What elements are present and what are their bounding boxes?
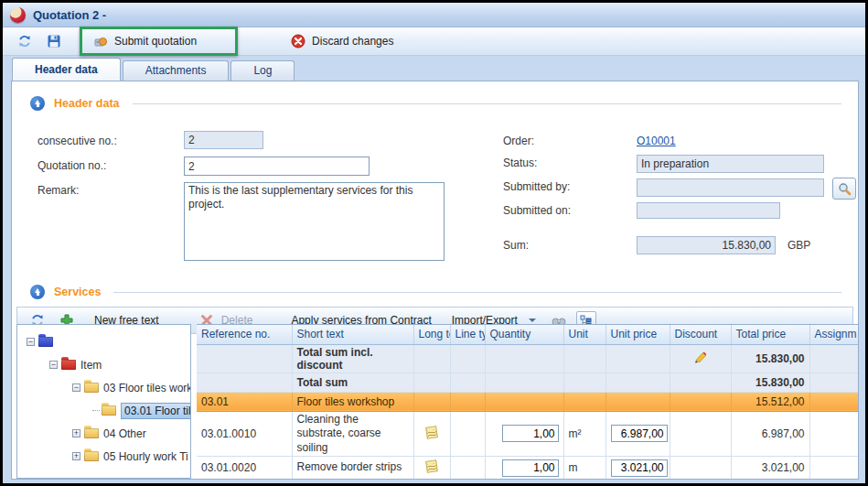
main-toolbar: Submit quotation Discard changes (3, 27, 865, 56)
unit-price-input[interactable] (611, 425, 668, 442)
quotation-no-label: Quotation no.: (38, 159, 106, 172)
collapse-services-icon[interactable] (30, 285, 45, 299)
folder-yellow-icon (84, 451, 99, 461)
submitted-by-label: Submitted by: (503, 180, 570, 193)
tree-item-05[interactable]: + 05 Hourly work Ti (17, 445, 190, 468)
section-rule (133, 103, 841, 104)
table-row[interactable]: Total sum 15.830,00 (197, 373, 858, 392)
remark-label: Remark: (38, 184, 79, 197)
table-row[interactable]: Total sum incl. discount 15.830,00 (197, 344, 858, 373)
status-label: Status: (503, 157, 537, 169)
content-panel: Header data consecutive no.: Quotation n… (11, 81, 859, 480)
submit-quotation-label: Submit quotation (114, 35, 197, 48)
tab-log[interactable]: Log (230, 60, 295, 81)
section-title: Header data (54, 97, 120, 110)
collapse-node-icon[interactable]: − (49, 361, 58, 369)
col-line-type[interactable]: Line type (450, 325, 485, 344)
services-tree: − − Item − 03 Floor tiles work (16, 324, 191, 479)
folder-yellow-icon (84, 383, 99, 393)
tree-item-root[interactable]: − (17, 330, 190, 353)
services-body: − − Item − 03 Floor tiles work (16, 324, 858, 479)
tree-item-03[interactable]: − 03 Floor tiles work (17, 376, 190, 399)
expand-node-icon[interactable]: + (72, 429, 80, 437)
submitted-on-field[interactable] (637, 202, 780, 219)
folder-yellow-icon (84, 428, 99, 438)
tab-strip: Header data Attachments Log (3, 56, 865, 81)
table-row[interactable]: 03.01.0020 Remove border strips m 3.021,… (197, 457, 858, 479)
services-rule (113, 292, 841, 293)
status-field[interactable] (637, 155, 824, 173)
submitted-by-field[interactable] (637, 178, 824, 197)
quantity-input[interactable] (502, 425, 559, 442)
pencil-icon (694, 351, 707, 363)
long-text-icon[interactable] (425, 426, 438, 439)
quantity-input[interactable] (502, 459, 559, 477)
discard-changes-button[interactable]: Discard changes (285, 31, 399, 51)
folder-yellow-icon (102, 405, 116, 416)
consecutive-no-label: consecutive no.: (38, 135, 117, 147)
order-link[interactable]: O10001 (637, 135, 676, 147)
refresh-icon (17, 34, 32, 49)
tree-connector (92, 410, 100, 411)
selected-group-row[interactable]: 03.01 Floor tiles workshop 15.512,00 (197, 392, 858, 411)
services-table-panel: Reference no. Short text Long text Line … (197, 324, 858, 479)
save-button[interactable] (41, 31, 67, 51)
folder-red-icon (61, 360, 76, 370)
header-data-section-header: Header data (30, 96, 841, 111)
submit-quotation-button[interactable]: Submit quotation (88, 31, 202, 51)
sum-label: Sum: (503, 239, 529, 252)
tree-item-item[interactable]: − Item (17, 353, 190, 376)
collapse-node-icon[interactable]: − (72, 383, 80, 392)
tab-header-data[interactable]: Header data (12, 58, 121, 81)
expand-node-icon[interactable]: + (72, 452, 80, 460)
selected-tree-item: 03.01 Floor til (121, 403, 190, 419)
submitted-on-label: Submitted on: (503, 204, 571, 217)
folder-blue-icon (38, 337, 53, 347)
header-form: consecutive no.: Quotation no.: Remark: … (12, 111, 858, 285)
quotation-window: Quotation 2 - (0, 0, 868, 486)
services-title: Services (54, 286, 101, 298)
app-icon (10, 7, 26, 23)
col-discount[interactable]: Discount (670, 325, 731, 344)
table-row[interactable]: 03.01.0010 Cleaning the substrate, coars… (197, 411, 858, 457)
col-unit-price[interactable]: Unit price (605, 325, 670, 344)
magnifier-icon (838, 182, 852, 196)
currency-label: GBP (788, 239, 810, 252)
sum-field[interactable] (637, 236, 776, 254)
consecutive-no-field[interactable] (184, 131, 263, 149)
edit-discount-cell[interactable] (670, 344, 731, 373)
tab-attachments[interactable]: Attachments (123, 60, 230, 81)
col-assignment[interactable]: Assignm (809, 325, 858, 344)
window-title: Quotation 2 - (33, 8, 106, 22)
table-header-row: Reference no. Short text Long text Line … (197, 325, 858, 344)
remark-field[interactable]: This is the last supplementary services … (184, 182, 445, 261)
collapse-section-icon[interactable] (30, 96, 45, 111)
col-quantity[interactable]: Quantity (485, 325, 563, 344)
save-icon (47, 34, 61, 49)
lookup-user-button[interactable] (832, 178, 856, 200)
dropdown-arrow-icon (529, 319, 536, 322)
services-section-header: Services (30, 285, 841, 299)
tree-item-04[interactable]: + 04 Other (17, 422, 190, 445)
discard-changes-label: Discard changes (312, 35, 393, 48)
refresh-button[interactable] (12, 31, 38, 51)
collapse-node-icon[interactable]: − (27, 338, 35, 346)
services-table: Reference no. Short text Long text Line … (197, 325, 858, 479)
quotation-no-field[interactable] (184, 157, 370, 176)
long-text-icon[interactable] (425, 460, 438, 474)
annotation-highlight-box: Submit quotation (80, 27, 238, 56)
col-total-price[interactable]: Total price (731, 325, 809, 344)
submit-quotation-icon (93, 34, 108, 49)
col-unit[interactable]: Unit (563, 325, 605, 344)
tree-item-03-01[interactable]: 03.01 Floor til (17, 399, 190, 422)
order-label: Order: (503, 135, 534, 147)
title-bar: Quotation 2 - (3, 3, 865, 27)
col-long-text[interactable]: Long text (413, 325, 450, 344)
discard-icon (291, 34, 305, 49)
col-short-text[interactable]: Short text (292, 325, 413, 344)
col-reference-no[interactable]: Reference no. (197, 325, 292, 344)
unit-price-input[interactable] (611, 459, 668, 477)
